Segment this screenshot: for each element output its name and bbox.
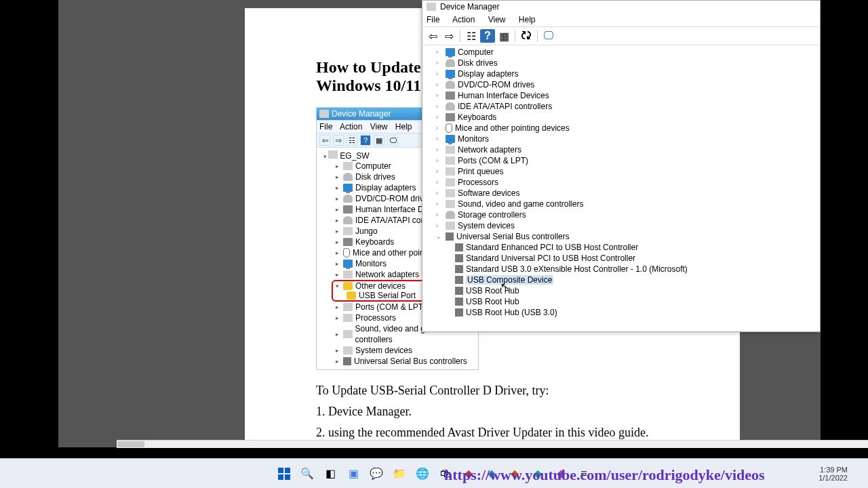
tree-item-ide[interactable]: ›IDE ATA/ATAPI controllers <box>422 101 820 112</box>
menu-view: View <box>370 122 388 131</box>
tree-item-network[interactable]: ›Network adapters <box>422 144 820 155</box>
dm-titlebar[interactable]: Device Manager <box>422 1 820 13</box>
widgets-button[interactable]: ▣ <box>344 464 363 483</box>
tree-item-storage[interactable]: ›Storage controllers <box>422 209 820 220</box>
svg-rect-3 <box>285 474 290 480</box>
tree-item-usb[interactable]: ⌄Universal Serial Bus controllers <box>422 231 820 242</box>
search-button[interactable]: 🔍 <box>298 464 317 483</box>
dm-toolbar: ⇦ ⇨ ☷ ? ▦ 🗘 🖵 <box>422 26 820 45</box>
view-button[interactable]: ▦ <box>496 29 511 43</box>
horizontal-scrollbar[interactable] <box>117 440 868 448</box>
menu-action: Action <box>340 122 362 131</box>
scan-icon: ▦ <box>374 135 384 146</box>
cat-system: System devices <box>355 345 412 356</box>
usb-serial-port: USB Serial Port <box>359 291 416 300</box>
device-manager-icon <box>319 110 329 118</box>
menu-help[interactable]: Help <box>519 15 536 24</box>
props-icon: ☷ <box>347 135 357 146</box>
cat-monitors: Monitors <box>355 258 387 269</box>
tree-item-printq[interactable]: ›Print queues <box>422 166 820 177</box>
tree-item-mice[interactable]: ›Mice and other pointing devices <box>422 123 820 134</box>
tray-time: 1:39 PM <box>818 466 848 474</box>
svg-rect-2 <box>278 474 283 480</box>
menu-action[interactable]: Action <box>452 15 475 24</box>
cat-keyboards: Keyboards <box>355 237 394 247</box>
usb-child-0[interactable]: Standard Enhanced PCI to USB Host Contro… <box>422 242 820 253</box>
chat-button[interactable]: 💬 <box>367 464 386 483</box>
doc-para1: To Update USB-Serial Controller D Driver… <box>316 384 719 398</box>
scrollbar-thumb[interactable] <box>117 441 144 447</box>
tree-item-software[interactable]: ›Software devices <box>422 188 820 199</box>
edge-button[interactable]: 🌐 <box>413 464 432 483</box>
menu-file: File <box>319 122 332 131</box>
system-tray[interactable]: 1:39 PM 1/1/2022 <box>818 466 848 482</box>
monitor-button[interactable]: 🖵 <box>541 29 556 43</box>
usb-child-4[interactable]: USB Root Hub <box>422 285 820 296</box>
back-icon: ⇦ <box>319 135 330 146</box>
svg-rect-1 <box>285 468 290 473</box>
tree-item-disk[interactable]: ›Disk drives <box>422 58 820 68</box>
menu-file[interactable]: File <box>427 15 439 24</box>
explorer-button[interactable]: 📁 <box>390 464 409 483</box>
cat-dvd: DVD/CD-ROM drives <box>355 193 432 204</box>
tree-item-system[interactable]: ›System devices <box>422 220 820 231</box>
device-manager-window: Device Manager File Action View Help ⇦ ⇨… <box>422 0 821 332</box>
cat-usb: Universal Serial Bus controllers <box>354 356 467 367</box>
cat-computer: Computer <box>355 161 391 171</box>
start-button[interactable] <box>275 464 294 483</box>
tree-item-monitors[interactable]: ›Monitors <box>422 134 820 144</box>
toolbar-separator <box>460 30 460 42</box>
tree-root: EG_SW <box>340 151 369 161</box>
cat-jungo: Jungo <box>355 226 378 237</box>
properties-button[interactable]: ☷ <box>464 29 479 43</box>
dm-shot-title: Device Manager <box>332 109 391 119</box>
tray-date: 1/1/2022 <box>818 474 848 482</box>
help-button[interactable]: ? <box>480 29 495 43</box>
toolbar-separator <box>537 30 538 42</box>
forward-icon: ⇨ <box>333 135 344 146</box>
tree-item-processors[interactable]: ›Processors <box>422 177 820 188</box>
tree-item-computer[interactable]: ›Computer <box>422 47 820 58</box>
usb-child-1[interactable]: Standard Universal PCI to USB Host Contr… <box>422 253 820 264</box>
menu-view[interactable]: View <box>488 15 506 24</box>
doc-step2: 2. using the recommended Avast Driver Up… <box>316 426 719 440</box>
usb-child-6[interactable]: USB Root Hub (USB 3.0) <box>422 307 820 318</box>
menu-help: Help <box>395 122 412 131</box>
cat-disk: Disk drives <box>355 171 395 182</box>
monitor-icon: 🖵 <box>387 135 398 146</box>
usb-child-5[interactable]: USB Root Hub <box>422 296 820 307</box>
cat-ports: Ports (COM & LPT) <box>355 302 426 312</box>
tree-item-display[interactable]: ›Display adapters <box>422 68 820 79</box>
svg-rect-0 <box>278 468 283 473</box>
tree-item-sound[interactable]: ›Sound, video and game controllers <box>422 199 820 209</box>
device-manager-icon <box>427 3 436 11</box>
help-icon: ? <box>360 135 371 146</box>
tree-item-ports[interactable]: ›Ports (COM & LPT) <box>422 155 820 166</box>
forward-button[interactable]: ⇨ <box>441 29 456 43</box>
doc-step1: 1. Device Manager. <box>316 405 719 419</box>
dm-tree: ›Computer ›Disk drives ›Display adapters… <box>422 45 820 330</box>
dm-title: Device Manager <box>440 2 499 12</box>
cat-processors: Processors <box>355 312 396 323</box>
tree-item-hid[interactable]: ›Human Interface Devices <box>422 90 820 101</box>
tree-item-dvd[interactable]: ›DVD/CD-ROM drives <box>422 79 820 90</box>
toolbar-separator <box>515 30 515 42</box>
usb-child-2[interactable]: Standard USB 3.0 eXtensible Host Control… <box>422 264 820 274</box>
taskview-button[interactable]: ◧ <box>321 464 340 483</box>
url-overlay: https://www.youtube.com/user/rodrigodyke… <box>444 466 765 484</box>
cat-network: Network adapters <box>355 269 419 280</box>
tree-item-keyboards[interactable]: ›Keyboards <box>422 112 820 123</box>
dm-menubar: File Action View Help <box>422 13 820 26</box>
back-button[interactable]: ⇦ <box>425 29 440 43</box>
cat-display: Display adapters <box>355 182 416 193</box>
cat-other: Other devices <box>355 281 406 291</box>
scan-button[interactable]: 🗘 <box>519 29 534 43</box>
usb-child-3-selected[interactable]: USB Composite Device <box>422 274 820 285</box>
